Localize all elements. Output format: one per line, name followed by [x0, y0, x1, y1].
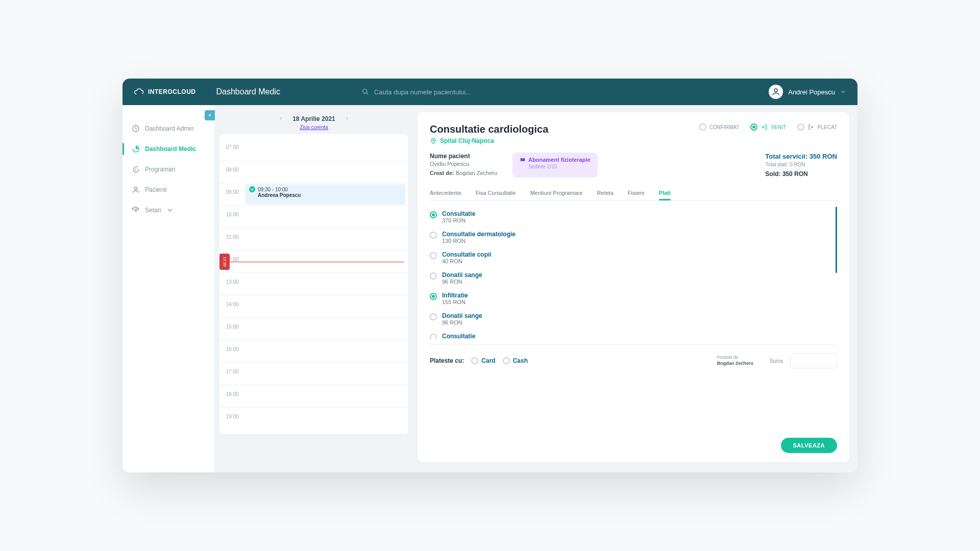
sidebar-item-dashboard-admin[interactable]: Dashboard Admin [122, 118, 214, 139]
service-price: 370 RON [442, 217, 475, 223]
tabs: Antecedente Fisa Consultatie Mentiuni Pr… [430, 186, 837, 201]
hour-label: 13:00 [219, 273, 245, 285]
logout-icon [807, 123, 815, 131]
service-name: Consultatie [442, 210, 475, 217]
service-price: 155 RON [442, 299, 468, 305]
hour-row: 11:00 [219, 228, 408, 251]
payment-row: Plateste cu: Card Cash Incasat de Bogdan… [430, 344, 837, 373]
search-input[interactable] [374, 88, 556, 96]
sidebar-item-dashboard-medic[interactable]: Dashboard Medic [122, 139, 214, 159]
sidebar-item-label: Dashboard Medic [145, 145, 196, 153]
service-item[interactable]: Consultatie copii40 RON [430, 247, 837, 268]
total-sold: Sold: 350 RON [765, 170, 837, 178]
collected-by: Incasat de Bogdan Zecheru [717, 355, 753, 366]
today-link[interactable]: Ziua curenta [219, 124, 408, 130]
status-label: CONFIRMAT [709, 124, 740, 130]
radio-icon [699, 123, 706, 131]
status-label: PLECAT [818, 124, 837, 130]
appointment-name: Andreea Popescu [258, 192, 401, 198]
patient-block: Nume pacient Ovidiu Popescu Creat de: Bo… [430, 153, 497, 178]
radio-icon [797, 123, 804, 131]
payment-label: Plateste cu: [430, 357, 464, 364]
sidebar-item-setari[interactable]: Setari [122, 200, 214, 220]
appointment-time: 09:30 - 10:00 [258, 187, 288, 192]
page-title: Dashboard Medic [216, 87, 280, 96]
radio-icon [750, 123, 757, 131]
tab-fisiere[interactable]: Fisiere [628, 186, 645, 200]
scrollbar-thumb[interactable] [836, 207, 837, 273]
service-price: 96 RON [442, 279, 482, 285]
tab-antecedente[interactable]: Antecedente [430, 186, 461, 200]
chevron-right-icon [345, 116, 350, 121]
location-name: Spital Cluj-Napoca [440, 137, 494, 144]
dashboard-icon [132, 124, 140, 133]
service-item[interactable]: Donatii sange96 RON [430, 268, 837, 288]
prev-day-button[interactable] [278, 115, 283, 122]
amount-label: Suma [770, 358, 783, 364]
status-plecat[interactable]: PLECAT [797, 123, 837, 131]
radio-icon [471, 357, 478, 364]
collected-label: Incasat de [717, 355, 739, 360]
radio-icon [430, 252, 437, 259]
tab-reteta[interactable]: Reteta [597, 186, 613, 200]
calendar-body: 07:00 08:00 09:00 V 09:30 - 10:00 Andree… [219, 134, 408, 434]
service-item[interactable]: Donatii sange96 RON [430, 309, 837, 329]
chevron-left-icon [278, 116, 283, 121]
svg-point-0 [363, 89, 367, 93]
hour-label: 14:00 [219, 295, 245, 307]
hour-label: 15:00 [219, 318, 245, 330]
subscription-badge: Abonament fizioterapie Sedinte 2/10 [512, 153, 598, 178]
sidebar-item-label: Pacienti [145, 186, 167, 193]
appointment-badge: V [249, 186, 255, 192]
tab-mentiuni-programare[interactable]: Mentiuni Programare [530, 186, 583, 200]
status-venit[interactable]: VENIT [750, 123, 786, 131]
service-item[interactable]: Consultatie370 RON [430, 329, 837, 339]
amount-input[interactable] [790, 353, 837, 368]
service-item[interactable]: Infiltratie155 RON [430, 288, 837, 309]
sidebar-item-programari[interactable]: Programari [122, 159, 214, 180]
search-box[interactable] [362, 88, 556, 96]
hour-label: 18:00 [219, 385, 245, 397]
service-price: 40 RON [442, 258, 492, 264]
now-time-badge: 12:30 [219, 254, 230, 270]
calendar-header: 18 Aprilie 2021 [219, 112, 408, 124]
tab-fisa-consultatie[interactable]: Fisa Consultatie [476, 186, 516, 200]
radio-icon [430, 334, 437, 339]
tab-plati[interactable]: Plati [659, 186, 671, 200]
pay-option-card[interactable]: Card [471, 357, 495, 364]
service-name: Consultatie dermatologie [442, 231, 516, 238]
app-window: INTEROCLOUD Dashboard Medic Andrei Popes… [122, 79, 857, 472]
header: INTEROCLOUD Dashboard Medic Andrei Popes… [122, 79, 857, 105]
calendar-date: 18 Aprilie 2021 [292, 115, 335, 122]
service-price: 96 RON [442, 319, 482, 325]
detail-footer: SALVEAZA [430, 431, 837, 453]
next-day-button[interactable] [345, 115, 350, 122]
sidebar-item-pacienti[interactable]: Pacienti [122, 180, 214, 200]
service-item[interactable]: Consultatie dermatologie130 RON [430, 227, 837, 247]
body: Dashboard Admin Dashboard Medic Programa… [122, 105, 857, 472]
detail-title: Consultatie cardiologica [430, 123, 548, 135]
hour-row: 14:00 [219, 295, 408, 318]
sidebar-item-label: Programari [145, 166, 175, 173]
svg-point-4 [135, 169, 136, 169]
hour-label: 10:00 [219, 206, 245, 217]
chevron-down-icon [840, 89, 846, 95]
subscription-sessions: Sedinte 2/10 [528, 164, 591, 169]
hour-row: 07:00 [219, 138, 408, 161]
pay-option-cash[interactable]: Cash [503, 357, 528, 364]
hour-row: 09:00 V 09:30 - 10:00 Andreea Popescu [219, 183, 408, 206]
hour-row: 16:00 [219, 340, 408, 363]
ticket-icon [520, 157, 526, 163]
patient-label: Nume pacient [430, 153, 497, 160]
service-item[interactable]: Consultatie370 RON [430, 207, 837, 227]
total-services: Total servicii: 350 RON [765, 153, 837, 160]
appointment-card[interactable]: V 09:30 - 10:00 Andreea Popescu [245, 184, 405, 205]
svg-rect-10 [521, 158, 525, 161]
clock-partial-icon [132, 145, 140, 153]
svg-point-2 [774, 89, 777, 92]
user-menu[interactable]: Andrei Popescu [769, 85, 846, 99]
person-icon [132, 186, 140, 194]
save-button[interactable]: SALVEAZA [781, 438, 837, 453]
radio-icon [430, 211, 437, 218]
status-confirmat[interactable]: CONFIRMAT [699, 123, 740, 131]
